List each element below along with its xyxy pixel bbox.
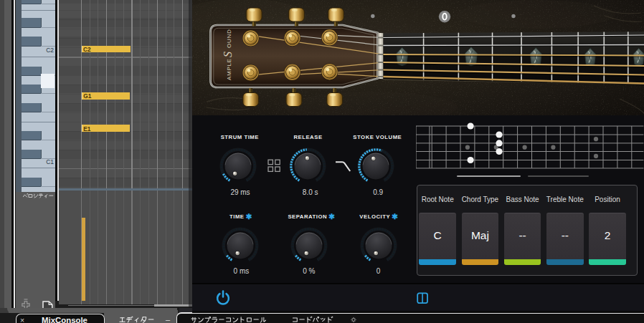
svg-text:S: S bbox=[222, 52, 234, 57]
svg-text:OUND: OUND bbox=[226, 29, 232, 48]
svg-text:AMPLE: AMPLE bbox=[226, 58, 232, 80]
